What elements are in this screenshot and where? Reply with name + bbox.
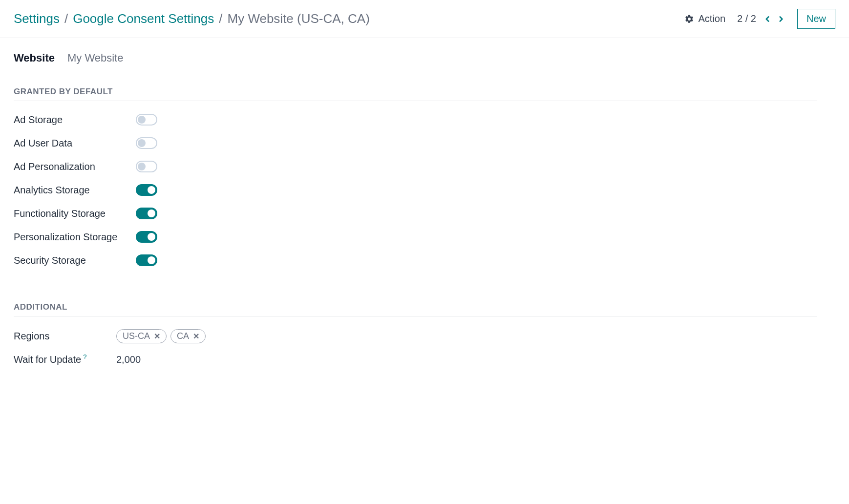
toggle-switch[interactable] — [136, 184, 157, 196]
toggle-label: Functionality Storage — [14, 208, 136, 219]
breadcrumb-sep: / — [64, 11, 68, 26]
action-label: Action — [698, 13, 725, 24]
toggle-label: Ad Personalization — [14, 161, 136, 172]
header: Settings / Google Consent Settings / My … — [0, 0, 849, 38]
toggle-label: Security Storage — [14, 255, 136, 266]
toggle-switch[interactable] — [136, 208, 157, 219]
toggle-switch[interactable] — [136, 231, 157, 243]
section-additional-title: ADDITIONAL — [14, 302, 817, 316]
toggle-switch[interactable] — [136, 137, 157, 149]
wait-value[interactable]: 2,000 — [116, 354, 141, 365]
pager-count[interactable]: 2 / 2 — [737, 13, 756, 24]
toggle-knob — [138, 116, 146, 124]
toggle-label: Ad Storage — [14, 114, 136, 126]
chevron-left-icon[interactable] — [763, 15, 772, 23]
header-actions: Action 2 / 2 New — [684, 9, 835, 29]
regions-tags[interactable]: US-CA✕CA✕ — [116, 329, 206, 343]
breadcrumb-google-consent[interactable]: Google Consent Settings — [73, 11, 214, 26]
close-icon[interactable]: ✕ — [193, 332, 199, 341]
region-tag-label: CA — [177, 331, 189, 341]
breadcrumb-sep: / — [219, 11, 222, 26]
region-tag[interactable]: US-CA✕ — [116, 329, 167, 343]
toggle-label: Analytics Storage — [14, 185, 136, 196]
breadcrumb: Settings / Google Consent Settings / My … — [14, 11, 370, 26]
toggle-switch[interactable] — [136, 161, 157, 172]
form-sheet: Website My Website GRANTED BY DEFAULT Ad… — [0, 38, 830, 396]
new-button[interactable]: New — [797, 9, 835, 29]
website-value[interactable]: My Website — [67, 52, 124, 64]
toggle-knob — [148, 233, 155, 241]
wait-for-update-field: Wait for Update ? 2,000 — [14, 354, 817, 365]
website-field: Website My Website — [14, 52, 817, 64]
close-icon[interactable]: ✕ — [154, 332, 160, 341]
toggle-row: Ad Storage — [14, 114, 817, 126]
toggle-knob — [148, 186, 155, 194]
website-label: Website — [14, 52, 55, 64]
action-menu[interactable]: Action — [684, 13, 725, 24]
toggle-label: Personalization Storage — [14, 231, 136, 243]
region-tag-label: US-CA — [123, 331, 150, 341]
toggle-row: Ad User Data — [14, 137, 817, 149]
breadcrumb-current: My Website (US-CA, CA) — [228, 11, 370, 26]
toggle-knob — [138, 163, 146, 170]
toggle-row: Personalization Storage — [14, 231, 817, 243]
toggle-row: Security Storage — [14, 254, 817, 266]
section-granted-title: GRANTED BY DEFAULT — [14, 87, 817, 101]
pager: 2 / 2 — [737, 13, 785, 24]
regions-field: Regions US-CA✕CA✕ — [14, 329, 817, 343]
chevron-right-icon[interactable] — [777, 15, 785, 23]
gear-icon — [684, 14, 694, 24]
help-icon[interactable]: ? — [83, 353, 86, 360]
toggle-row: Ad Personalization — [14, 161, 817, 172]
toggle-label: Ad User Data — [14, 138, 136, 149]
toggle-switch[interactable] — [136, 254, 157, 266]
toggle-knob — [148, 210, 155, 217]
toggle-knob — [138, 139, 146, 147]
toggle-row: Analytics Storage — [14, 184, 817, 196]
breadcrumb-settings[interactable]: Settings — [14, 11, 60, 26]
toggle-switch[interactable] — [136, 114, 157, 126]
region-tag[interactable]: CA✕ — [170, 329, 206, 343]
toggle-row: Functionality Storage — [14, 208, 817, 219]
toggle-knob — [148, 256, 155, 264]
